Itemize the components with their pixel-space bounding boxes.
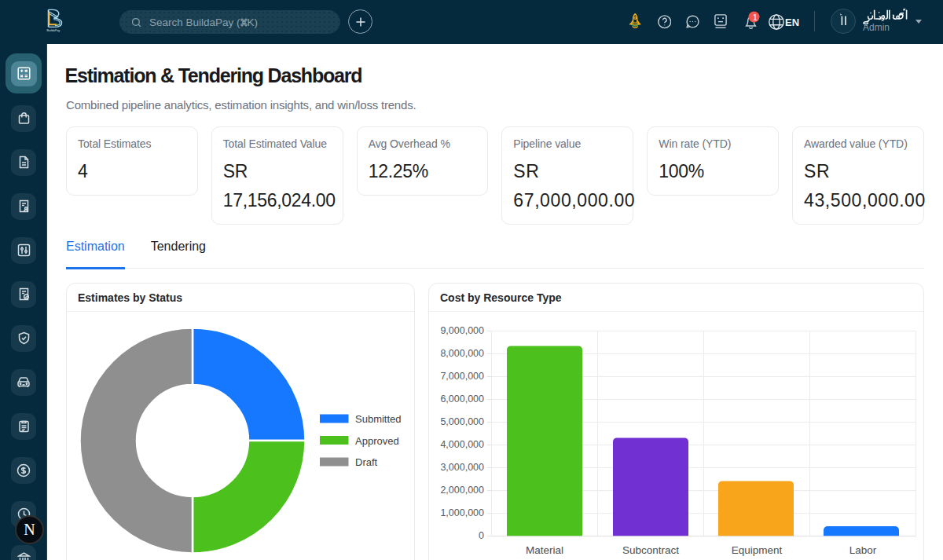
svg-text:5,000,000: 5,000,000 bbox=[440, 416, 484, 427]
svg-text:Material: Material bbox=[526, 544, 563, 556]
svg-text:6,000,000: 6,000,000 bbox=[440, 393, 484, 404]
svg-text:2,000,000: 2,000,000 bbox=[440, 485, 484, 496]
svg-text:Equipment: Equipment bbox=[732, 544, 783, 556]
svg-text:Approved: Approved bbox=[355, 435, 399, 447]
svg-text:1,000,000: 1,000,000 bbox=[440, 507, 484, 518]
svg-text:4,000,000: 4,000,000 bbox=[440, 439, 484, 450]
svg-text:0: 0 bbox=[479, 530, 484, 541]
svg-text:3,000,000: 3,000,000 bbox=[440, 462, 484, 473]
svg-text:Subcontract: Subcontract bbox=[622, 544, 679, 556]
svg-text:Labor: Labor bbox=[849, 544, 877, 556]
svg-text:9,000,000: 9,000,000 bbox=[440, 325, 484, 336]
svg-text:Draft: Draft bbox=[355, 456, 378, 468]
svg-text:Submitted: Submitted bbox=[355, 413, 402, 425]
svg-text:1: 1 bbox=[753, 13, 758, 22]
svg-text:7,000,000: 7,000,000 bbox=[440, 371, 484, 382]
svg-text:BuildaPay: BuildaPay bbox=[47, 29, 61, 32]
svg-text:8,000,000: 8,000,000 bbox=[440, 348, 484, 359]
